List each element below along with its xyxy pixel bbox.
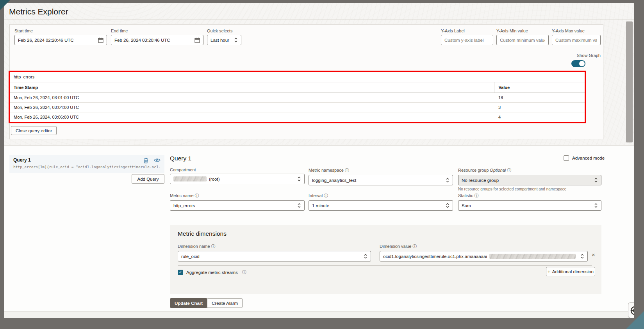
y-axis-max-label: Y-Axis Max value: [552, 28, 601, 33]
metric-dimensions-section: Metric dimensions Dimension nameⓘ rule_o…: [170, 225, 601, 294]
table-row: Mon, Feb 26, 2024, 03:01:00 UTC 18: [10, 92, 585, 102]
add-query-button[interactable]: Add Query: [132, 174, 164, 184]
interval-label: Interval: [309, 193, 323, 198]
plus-icon: +: [548, 269, 550, 274]
results-table-annotation-box: http_errors Time Stamp Value Mon, Feb 26…: [9, 71, 586, 123]
dimension-value-visible-text: ocid1.loganalyticsingesttimerule.oc1.phx…: [383, 254, 487, 259]
metric-name-select[interactable]: http_errors: [170, 200, 305, 211]
info-icon[interactable]: ⓘ: [324, 193, 328, 198]
dimension-name-select[interactable]: rule_ocid: [178, 251, 371, 261]
dimension-value-label: Dimension value: [380, 244, 411, 249]
redacted-compartment-name: [173, 176, 207, 181]
value-cell: 3: [494, 102, 585, 112]
chevron-updown-icon: [594, 203, 598, 208]
compartment-label: Compartment: [170, 167, 305, 172]
query-expression-preview: http_errors[1m]{rule_ocid = "ocid1.logan…: [13, 165, 161, 169]
compartment-select[interactable]: (root): [170, 174, 305, 184]
y-axis-max-field[interactable]: [555, 38, 597, 43]
quick-selects-dropdown[interactable]: Last hour: [207, 35, 241, 45]
update-chart-button[interactable]: Update Chart: [170, 298, 207, 308]
resource-group-label: Resource group: [458, 168, 489, 173]
chevron-updown-icon: [297, 203, 301, 208]
statistic-select[interactable]: Sum: [458, 200, 601, 211]
calendar-icon[interactable]: [194, 37, 200, 43]
info-icon[interactable]: ⓘ: [195, 193, 199, 198]
metric-namespace-label: Metric namespace: [309, 168, 344, 173]
info-icon[interactable]: ⓘ: [475, 193, 479, 198]
metric-name-label: Metric name: [170, 193, 194, 198]
timestamp-cell: Mon, Feb 26, 2024, 03:06:00 UTC: [10, 112, 494, 122]
quick-selects-label: Quick selects: [207, 28, 241, 33]
y-axis-label-field[interactable]: [444, 38, 490, 43]
eye-icon[interactable]: [154, 158, 161, 163]
value-cell: 18: [494, 92, 585, 102]
dimension-name-label: Dimension name: [178, 244, 210, 249]
end-time-value[interactable]: [114, 38, 194, 43]
chevron-updown-icon: [297, 176, 301, 182]
query-form-title: Query 1: [170, 155, 191, 162]
close-query-editor-button[interactable]: Close query editor: [11, 126, 57, 135]
advanced-mode-checkbox[interactable]: [564, 155, 569, 161]
window-corner-accent-bottom-right: [626, 311, 644, 329]
value-column-header: Value: [494, 82, 585, 92]
create-alarm-button[interactable]: Create Alarm: [207, 298, 243, 308]
y-axis-max-input[interactable]: [552, 35, 601, 45]
statistic-label: Statistic: [458, 193, 473, 198]
y-axis-min-label: Y-Axis Min value: [496, 28, 549, 33]
table-row: Mon, Feb 26, 2024, 03:04:00 UTC 3: [10, 102, 585, 112]
info-icon[interactable]: ⓘ: [412, 244, 417, 249]
calendar-icon[interactable]: [98, 37, 103, 43]
start-time-value[interactable]: [18, 38, 98, 43]
chevron-updown-icon: [234, 37, 238, 43]
info-icon[interactable]: ⓘ: [507, 168, 511, 173]
info-icon[interactable]: ⓘ: [211, 244, 216, 249]
start-time-input[interactable]: [14, 35, 107, 45]
table-header-row: Time Stamp Value: [10, 82, 585, 92]
metrics-explorer-page: Metrics Explorer Start time End time: [4, 3, 634, 318]
query-list-item[interactable]: Query 1 http_errors[1m]{rule_ocid = "oci…: [9, 155, 164, 173]
remove-dimension-icon[interactable]: ×: [592, 252, 595, 258]
table-row: Mon, Feb 26, 2024, 03:06:00 UTC 4: [10, 112, 585, 122]
info-icon[interactable]: ⓘ: [345, 168, 349, 173]
chevron-updown-icon: [446, 203, 450, 208]
chevron-updown-icon: [594, 177, 598, 183]
aggregate-metric-streams-label: Aggregate metric streams: [186, 270, 238, 275]
additional-dimension-button[interactable]: + Additional dimension: [546, 267, 595, 276]
metric-namespace-select[interactable]: logging_analytics_test: [309, 175, 453, 185]
table-metric-title-row: http_errors: [10, 72, 585, 82]
y-axis-min-field[interactable]: [500, 38, 545, 43]
interval-select[interactable]: 1 minute: [309, 200, 453, 211]
query-editor-panel: Query 1 http_errors[1m]{rule_ocid = "oci…: [4, 145, 634, 312]
y-axis-min-input[interactable]: [496, 35, 549, 45]
show-graph-label: Show Graph: [552, 53, 601, 58]
vertical-scrollbar-thumb[interactable]: [626, 21, 633, 142]
window-corner-accent-top-left: [0, 0, 10, 10]
show-graph-toggle[interactable]: [571, 60, 585, 67]
chevron-updown-icon: [364, 253, 367, 259]
trash-icon[interactable]: [143, 158, 148, 164]
end-time-input[interactable]: [111, 35, 203, 45]
info-icon[interactable]: ⓘ: [242, 269, 246, 275]
compartment-root-suffix: (root): [209, 177, 219, 181]
resource-group-helper-text: No resource groups for selected compartm…: [458, 187, 601, 191]
chevron-updown-icon: [580, 253, 584, 259]
toggle-knob: [579, 61, 585, 66]
aggregate-metric-streams-checkbox[interactable]: ✓: [178, 270, 183, 275]
advanced-mode-label: Advanced mode: [572, 156, 605, 160]
chevron-updown-icon: [446, 177, 450, 183]
y-axis-label-label: Y-Axis Label: [441, 28, 493, 33]
metric-title: http_errors: [10, 72, 585, 82]
page-title: Metrics Explorer: [9, 7, 68, 16]
optional-tag: Optional: [490, 168, 506, 173]
dimensions-divider: [178, 265, 592, 266]
timestamp-cell: Mon, Feb 26, 2024, 03:01:00 UTC: [10, 92, 494, 102]
metric-dimensions-title: Metric dimensions: [178, 230, 227, 237]
dimension-value-select[interactable]: ocid1.loganalyticsingesttimerule.oc1.phx…: [380, 251, 588, 261]
resource-group-select[interactable]: No resource group: [458, 175, 601, 185]
query-item-title: Query 1: [13, 157, 161, 163]
value-cell: 4: [494, 112, 585, 122]
y-axis-label-input[interactable]: [441, 35, 493, 45]
start-time-label: Start time: [14, 28, 107, 33]
timestamp-cell: Mon, Feb 26, 2024, 03:04:00 UTC: [10, 102, 494, 112]
results-table: http_errors Time Stamp Value Mon, Feb 26…: [10, 72, 585, 122]
